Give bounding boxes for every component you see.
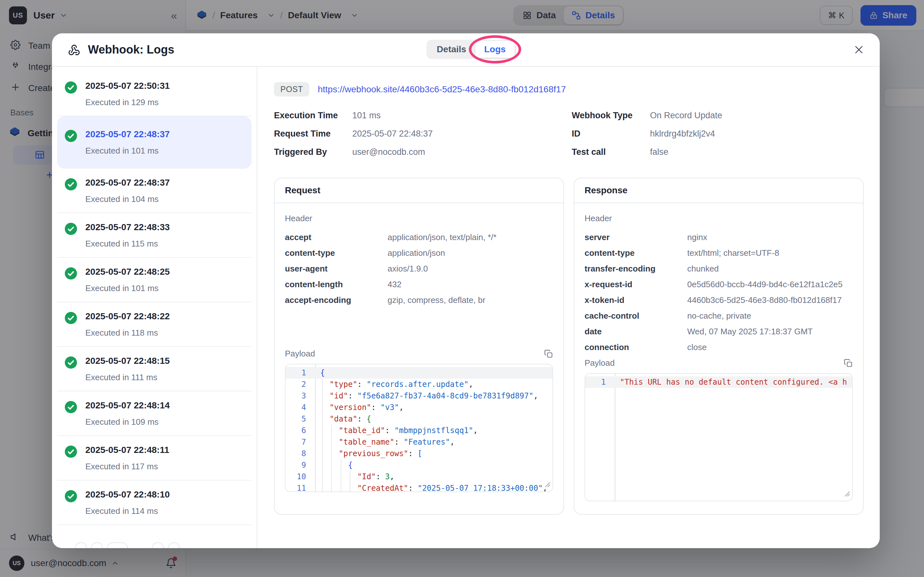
success-check-icon xyxy=(65,268,77,293)
line-number: 10 xyxy=(286,471,315,482)
code-line: 3 "id": "f5e6a827-fb37-4a04-8cd9-be7831f… xyxy=(286,390,552,402)
header-value: Wed, 07 May 2025 17:18:37 GMT xyxy=(687,327,813,337)
payload-section-label: Payload xyxy=(285,349,315,359)
success-check-icon xyxy=(65,401,77,427)
log-duration: Executed in 118 ms xyxy=(86,328,170,338)
webhook-log-entry[interactable]: 2025-05-07 22:48:14 Executed in 109 ms xyxy=(57,392,252,436)
http-method-badge: POST xyxy=(274,82,309,97)
tab-webhook-details[interactable]: Details xyxy=(428,41,475,58)
code-line: 11 "CreatedAt": "2025-05-07 17:18:33+00:… xyxy=(286,482,552,492)
meta-value: hklrdrg4bfzklj2v4 xyxy=(650,129,715,139)
header-value: 4460b3c6-5d25-46e3-8d80-fb012d168f17 xyxy=(687,295,842,305)
indent-guide xyxy=(341,459,341,492)
response-card: Response Header servernginxcontent-typet… xyxy=(573,177,864,515)
code-text: { xyxy=(315,459,352,471)
header-row: acceptapplication/json, text/plain, */* xyxy=(285,232,553,242)
header-key: transfer-encoding xyxy=(585,264,687,274)
log-duration: Executed in 111 ms xyxy=(86,372,170,382)
meta-column-1: Execution Time101 msRequest Time2025-05-… xyxy=(274,111,572,165)
success-check-icon xyxy=(65,81,77,107)
pagination-button[interactable] xyxy=(91,542,103,548)
pagination-button[interactable] xyxy=(152,542,164,548)
meta-label: Execution Time xyxy=(274,111,352,121)
log-duration: Executed in 101 ms xyxy=(86,284,170,293)
request-payload-code[interactable]: 1{2 "type": "records.after.update",3 "id… xyxy=(285,364,553,492)
header-row: content-typetext/html; charset=UTF-8 xyxy=(585,248,853,258)
tab-webhook-logs[interactable]: Logs xyxy=(475,41,515,58)
header-key: content-type xyxy=(585,248,687,258)
webhook-logs-modal: Webhook: Logs Details Logs 2025-05-07 22… xyxy=(52,33,880,548)
indent-guide xyxy=(350,471,351,492)
code-line: 4 "version": "v3", xyxy=(286,402,552,413)
header-value: application/json, text/plain, */* xyxy=(388,232,497,242)
resize-handle-icon[interactable] xyxy=(845,490,850,499)
success-check-icon xyxy=(65,130,77,156)
meta-value: On Record Update xyxy=(650,111,722,121)
webhook-log-entry[interactable]: 2025-05-07 22:48:22 Executed in 118 ms xyxy=(57,302,252,347)
line-number: 1 xyxy=(286,367,315,379)
pagination-button[interactable] xyxy=(107,542,128,548)
meta-value: false xyxy=(650,147,668,157)
line-number: 6 xyxy=(286,425,315,436)
log-duration: Executed in 104 ms xyxy=(86,194,170,204)
line-number: 7 xyxy=(286,436,315,448)
header-row: accept-encodinggzip, compress, deflate, … xyxy=(285,295,553,305)
meta-label: Request Time xyxy=(274,129,352,139)
code-text: "table_id": "mbmppjnstflsqq1", xyxy=(315,425,478,436)
log-timestamp: 2025-05-07 22:48:37 xyxy=(86,129,170,139)
webhook-log-entry[interactable]: 2025-05-07 22:48:11 Executed in 117 ms xyxy=(57,436,252,480)
header-row: x-request-id0e5d56d0-bccb-44d9-bd4c-6e12… xyxy=(585,279,853,290)
header-value: close xyxy=(687,342,707,352)
header-value: 0e5d56d0-bccb-44d9-bd4c-6e12f1a1c2e5 xyxy=(687,279,843,290)
header-key: server xyxy=(585,232,687,242)
log-list: 2025-05-07 22:50:31 Executed in 129 ms 2… xyxy=(52,67,257,548)
request-card: Request Header acceptapplication/json, t… xyxy=(274,177,564,515)
code-text: "This URL has no default content configu… xyxy=(615,376,847,388)
webhook-log-entry[interactable]: 2025-05-07 22:48:37 Executed in 104 ms xyxy=(57,169,252,213)
log-timestamp: 2025-05-07 22:48:15 xyxy=(86,356,170,366)
meta-column-2: Webhook TypeOn Record UpdateIDhklrdrg4bf… xyxy=(572,111,864,165)
meta-label: Webhook Type xyxy=(572,111,650,121)
webhook-log-entry[interactable]: 2025-05-07 22:50:31 Executed in 129 ms xyxy=(57,72,252,116)
webhook-log-entry[interactable]: 2025-05-07 22:48:37 Executed in 101 ms xyxy=(57,116,252,169)
copy-icon[interactable] xyxy=(844,359,853,367)
meta-value: user@nocodb.com xyxy=(352,147,425,157)
header-row: x-token-id4460b3c6-5d25-46e3-8d80-fb012d… xyxy=(585,295,853,305)
header-row: servernginx xyxy=(585,232,853,242)
header-row: transfer-encodingchunked xyxy=(585,264,853,274)
app-root: Team & Settings Integrations Create Base… xyxy=(0,0,924,577)
header-key: accept xyxy=(285,232,388,242)
webhook-log-entry[interactable]: 2025-05-07 22:48:10 Executed in 114 ms xyxy=(57,480,252,525)
log-duration: Executed in 129 ms xyxy=(86,97,170,107)
header-value: text/html; charset=UTF-8 xyxy=(687,248,779,258)
webhook-log-entry[interactable]: 2025-05-07 22:48:25 Executed in 101 ms xyxy=(57,258,252,302)
code-line: 5 "data": { xyxy=(286,413,552,425)
copy-icon[interactable] xyxy=(544,350,553,358)
modal-title-text: Webhook: Logs xyxy=(88,43,174,56)
header-value: axios/1.9.0 xyxy=(388,264,428,274)
code-text: "id": "f5e6a827-fb37-4a04-8cd9-be7831f9d… xyxy=(315,390,538,402)
modal-title: Webhook: Logs xyxy=(67,43,174,56)
response-header-rows: servernginxcontent-typetext/html; charse… xyxy=(585,232,853,352)
webhook-log-entry[interactable]: 2025-05-07 22:48:15 Executed in 111 ms xyxy=(57,347,252,392)
line-number: 3 xyxy=(286,390,315,402)
response-card-title: Response xyxy=(574,178,863,203)
header-row: cache-controlno-cache, private xyxy=(585,311,853,321)
meta-value: 2025-05-07 22:48:37 xyxy=(352,129,433,139)
line-number: 9 xyxy=(286,459,315,471)
indent-guide xyxy=(322,379,323,492)
header-value: 432 xyxy=(388,279,401,290)
webhook-url-link[interactable]: https://webhook.site/4460b3c6-5d25-46e3-… xyxy=(318,84,566,95)
close-icon[interactable] xyxy=(853,44,864,55)
log-duration: Executed in 115 ms xyxy=(86,239,170,249)
payload-section-label: Payload xyxy=(585,358,615,368)
log-timestamp: 2025-05-07 22:48:14 xyxy=(86,400,170,411)
pagination-button[interactable] xyxy=(168,542,180,548)
code-line: 1{ xyxy=(286,367,552,379)
header-section-label: Header xyxy=(285,213,553,223)
pagination-button[interactable] xyxy=(75,542,87,548)
webhook-log-entry[interactable]: 2025-05-07 22:48:33 Executed in 115 ms xyxy=(57,213,252,258)
meta-row: Test callfalse xyxy=(572,147,864,157)
response-payload-code[interactable]: 1"This URL has no default content config… xyxy=(585,373,853,501)
code-line: 2 "type": "records.after.update", xyxy=(286,379,552,390)
